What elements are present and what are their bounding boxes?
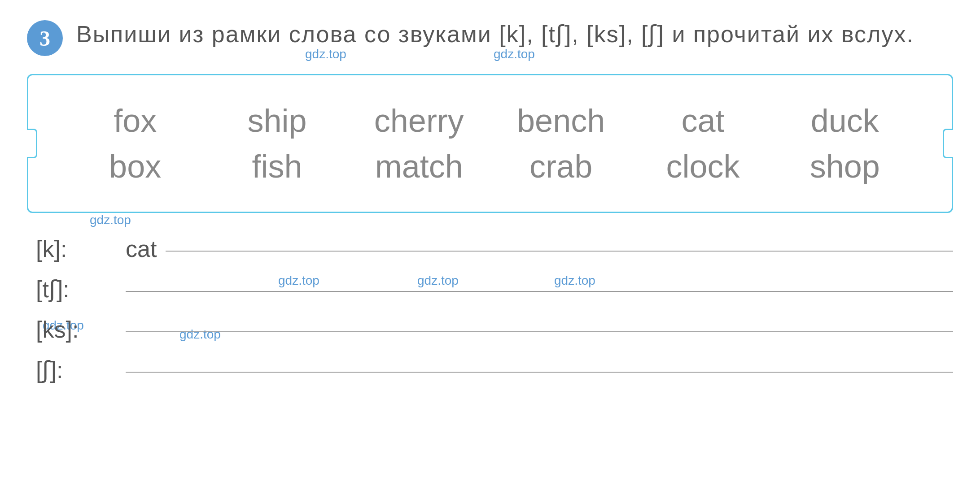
answers-section: [k]: cat [tʃ]: [ks]: [ʃ]: [27,235,953,383]
word-cat: cat [632,102,774,139]
word-bench: bench [490,102,632,139]
task-number: 3 [27,20,63,56]
word-box: box [64,148,206,185]
answer-line-tsh-container [126,287,953,292]
phonetic-k: [k]: [36,235,126,262]
word-fox: fox [64,102,206,139]
answer-line-sh-container [126,367,953,373]
word-match: match [348,148,490,185]
answer-line-k [166,251,953,252]
word-row-1: fox ship cherry bench cat duck [64,102,916,139]
phonetic-ks: [ks]: [36,316,126,343]
answer-row-k: [k]: cat [36,235,953,262]
phonetic-sh: [ʃ]: [36,356,126,383]
answer-line-tsh [126,291,953,292]
word-duck: duck [774,102,916,139]
word-fish: fish [206,148,348,185]
word-cherry: cherry [348,102,490,139]
task-instruction: Выпиши из рамки слова со звуками [k], [t… [76,18,914,51]
answer-row-tsh: [tʃ]: [36,276,953,303]
answer-row-ks: [ks]: [36,316,953,343]
word-frame: fox ship cherry bench cat duck box fish … [27,74,953,213]
answer-line-sh [126,372,953,373]
word-ship: ship [206,102,348,139]
answer-line-k-container: cat [126,235,953,262]
word-shop: shop [774,148,916,185]
answer-line-ks-container [126,327,953,332]
answer-text-k: cat [126,235,157,262]
answer-row-sh: [ʃ]: [36,356,953,383]
word-crab: crab [490,148,632,185]
watermark-10: gdz.top [90,213,131,227]
word-row-2: box fish match crab clock shop [64,148,916,185]
phonetic-tsh: [tʃ]: [36,276,126,303]
header: 3 Выпиши из рамки слова со звуками [k], … [27,18,953,56]
word-clock: clock [632,148,774,185]
answer-line-ks [126,331,953,332]
